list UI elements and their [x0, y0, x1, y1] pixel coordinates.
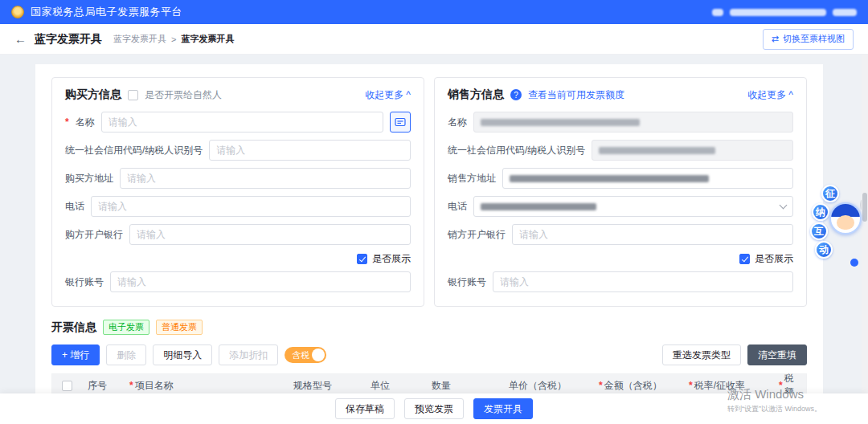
seller-address-row: 销售方地址 [448, 168, 793, 189]
buyer-bank-row: 购方开户银行 [65, 224, 411, 245]
seller-phone-row: 电话 [448, 196, 793, 217]
seller-collapse-link[interactable]: 收起更多 ^ [747, 88, 793, 102]
required-mark: * [779, 380, 783, 391]
question-icon[interactable]: ? [510, 89, 522, 100]
required-mark: * [129, 380, 133, 391]
save-draft-button[interactable]: 保存草稿 [335, 398, 395, 419]
seller-account-input[interactable] [493, 271, 793, 292]
app-title: 国家税务总局电子发票服务平台 [31, 5, 182, 19]
page-title: 蓝字发票开具 [35, 32, 102, 47]
reselect-invoice-type-button[interactable]: 重选发票类型 [662, 344, 741, 365]
buyer-show-row: 是否展示 [65, 252, 411, 266]
col-index: 序号 [81, 379, 123, 393]
switch-view-label: 切换至票样视图 [783, 33, 845, 45]
swap-icon: ⇄ [772, 34, 779, 44]
user-menu-redacted [833, 9, 857, 16]
buyer-phone-input[interactable] [91, 196, 411, 217]
seller-phone-select[interactable] [473, 196, 793, 217]
scrollbar-thumb[interactable] [862, 193, 867, 222]
col-item-name-label: 项目名称 [135, 379, 174, 393]
buyer-name-row: * 名称 [65, 112, 411, 132]
invoice-section-header: 开票信息 电子发票 普通发票 [51, 320, 807, 335]
natural-person-checkbox[interactable] [128, 90, 138, 100]
add-row-button[interactable]: + 增行 [51, 344, 100, 365]
buyer-show-checkbox[interactable] [357, 254, 367, 264]
seller-bank-row: 销方开户银行 [448, 224, 793, 245]
switch-view-button[interactable]: ⇄ 切换至票样视图 [763, 29, 854, 50]
buyer-account-label: 银行账号 [65, 275, 104, 289]
seller-taxid-value-redacted [592, 140, 793, 161]
widget-char-2: 纳 [812, 203, 829, 221]
buyer-account-input[interactable] [110, 271, 411, 292]
preview-invoice-button[interactable]: 预览发票 [404, 398, 464, 419]
seller-collapse-label: 收起更多 [747, 88, 786, 102]
scrollbar-track[interactable] [862, 55, 868, 424]
toggle-knob [312, 349, 325, 361]
quota-link[interactable]: 查看当前可用发票额度 [528, 88, 624, 102]
required-mark: * [689, 380, 693, 391]
seller-name-label: 名称 [448, 116, 467, 129]
buyer-account-row: 银行账号 [65, 271, 411, 292]
back-arrow-icon[interactable]: ← [14, 32, 27, 46]
seller-address-input[interactable] [502, 168, 793, 189]
tax-included-label: 含税 [292, 349, 309, 361]
seller-show-checkbox[interactable] [739, 254, 750, 264]
seller-bank-input[interactable] [512, 224, 793, 245]
seller-account-row: 银行账号 [448, 271, 793, 292]
col-amount: * 金额（含税） [592, 379, 682, 393]
seller-show-label: 是否展示 [755, 252, 793, 266]
invoice-type-tag-normal: 普通发票 [156, 320, 203, 335]
tax-interaction-widget[interactable]: 征 纳 互 动 [809, 185, 862, 271]
col-unit: 单位 [364, 379, 425, 393]
col-item-name: * 项目名称 [123, 379, 287, 393]
buyer-name-label: 名称 [76, 116, 95, 129]
buyer-address-input[interactable] [120, 168, 411, 189]
user-info-redacted[interactable] [712, 9, 857, 16]
tax-included-toggle[interactable]: 含税 [285, 347, 326, 363]
buyer-name-input[interactable] [101, 112, 383, 132]
buyer-collapse-link[interactable]: 收起更多 ^ [365, 88, 411, 102]
add-discount-button[interactable]: 添加折扣 [219, 344, 278, 365]
detail-import-button[interactable]: 明细导入 [153, 344, 212, 365]
select-all-checkbox[interactable] [62, 381, 72, 391]
buyer-taxid-label: 统一社会信用代码/纳税人识别号 [65, 144, 203, 157]
widget-char-1: 征 [821, 185, 839, 202]
id-card-icon [395, 116, 406, 128]
seller-name-value-redacted [473, 112, 793, 132]
page-header: ← 蓝字发票开具 蓝字发票开具 > 蓝字发票开具 ⇄ 切换至票样视图 [0, 24, 868, 55]
issue-invoice-button[interactable]: 发票开具 [473, 398, 533, 419]
officer-avatar [829, 202, 862, 234]
clear-and-refill-button[interactable]: 清空重填 [747, 344, 807, 365]
col-quantity: 数量 [425, 379, 502, 393]
buyer-taxid-input[interactable] [209, 140, 411, 161]
breadcrumb-parent[interactable]: 蓝字发票开具 [113, 33, 166, 45]
seller-name-row: 名称 [448, 112, 793, 132]
required-mark: * [65, 116, 69, 128]
officer-face [837, 215, 854, 230]
chevron-up-icon: ^ [788, 89, 793, 100]
title-picker-button[interactable] [390, 112, 411, 132]
invoice-toolbar: + 增行 删除 明细导入 添加折扣 含税 重选发票类型 清空重填 [51, 344, 807, 365]
footer-bar: 保存草稿 预览发票 发票开具 [0, 393, 868, 424]
invoice-title: 开票信息 [51, 320, 96, 335]
delete-row-button[interactable]: 删除 [106, 344, 146, 365]
buyer-address-row: 购买方地址 [65, 168, 411, 189]
seller-panel-header: 销售方信息 ? 查看当前可用发票额度 收起更多 ^ [448, 88, 793, 102]
buyer-bank-label: 购方开户银行 [65, 228, 123, 242]
buyer-show-label: 是否展示 [372, 252, 411, 266]
main-content: 购买方信息 是否开票给自然人 收起更多 ^ * 名称 统一社会信用代码/纳税人识… [35, 64, 823, 424]
buyer-collapse-label: 收起更多 [365, 88, 403, 102]
breadcrumb: 蓝字发票开具 > 蓝字发票开具 [113, 33, 234, 45]
natural-person-label: 是否开票给自然人 [145, 88, 222, 102]
app-header: 国家税务总局电子发票服务平台 [0, 0, 868, 24]
widget-char-3: 互 [810, 222, 828, 240]
buyer-bank-input[interactable] [129, 224, 411, 245]
seller-taxid-label: 统一社会信用代码/纳税人识别号 [448, 144, 585, 157]
emblem-logo-icon [11, 6, 24, 18]
seller-account-label: 银行账号 [448, 275, 486, 289]
seller-show-row: 是否展示 [448, 252, 793, 266]
breadcrumb-current: 蓝字发票开具 [181, 33, 234, 45]
buyer-taxid-row: 统一社会信用代码/纳税人识别号 [65, 140, 411, 161]
buyer-panel: 购买方信息 是否开票给自然人 收起更多 ^ * 名称 统一社会信用代码/纳税人识… [51, 77, 424, 307]
col-tax-rate: * 税率/征收率 [682, 379, 772, 393]
